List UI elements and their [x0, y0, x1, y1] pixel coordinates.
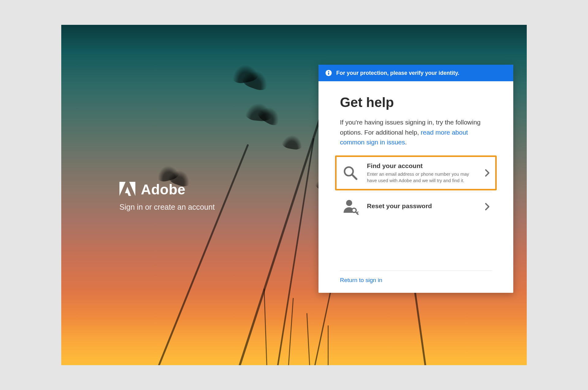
find-account-subtitle: Enter an email address or phone number y…: [367, 171, 477, 184]
decorative-palm: [233, 103, 326, 365]
panel-title: Get help: [340, 95, 492, 110]
decorative-palm: [288, 298, 294, 365]
panel-description: If you're having issues signing in, try …: [340, 117, 492, 147]
reset-password-option[interactable]: Reset your password: [340, 192, 492, 221]
chevron-right-icon: [484, 202, 490, 211]
banner-text: For your protection, please verify your …: [336, 70, 459, 76]
user-key-icon: [342, 198, 359, 215]
find-account-option[interactable]: Find your account Enter an email address…: [336, 156, 496, 190]
brand-name: Adobe: [141, 181, 186, 198]
find-account-title: Find your account: [367, 162, 477, 170]
reset-password-title: Reset your password: [367, 202, 477, 210]
info-icon: [325, 70, 332, 76]
background-stage: Adobe Sign in or create an account For y…: [61, 25, 527, 365]
identity-banner: For your protection, please verify your …: [318, 65, 513, 81]
panel-footer: Return to sign in: [340, 270, 492, 284]
chevron-right-icon: [484, 169, 490, 177]
brand-subtitle: Sign in or create an account: [119, 203, 215, 212]
svg-line-4: [352, 174, 356, 179]
decorative-palm: [328, 325, 329, 365]
decorative-palm: [276, 138, 315, 365]
return-to-sign-in-link[interactable]: Return to sign in: [340, 277, 382, 283]
adobe-logo-icon: [119, 182, 135, 197]
decorative-frond: [281, 133, 304, 151]
svg-point-5: [346, 200, 352, 206]
decorative-palm: [264, 289, 267, 365]
brand-block: Adobe Sign in or create an account: [119, 181, 215, 212]
svg-line-8: [357, 212, 358, 213]
svg-point-1: [328, 71, 329, 72]
decorative-palm: [307, 313, 310, 365]
panel-desc-after: .: [405, 139, 407, 146]
svg-rect-2: [328, 73, 329, 75]
help-panel: For your protection, please verify your …: [318, 65, 513, 293]
search-icon: [342, 164, 359, 182]
